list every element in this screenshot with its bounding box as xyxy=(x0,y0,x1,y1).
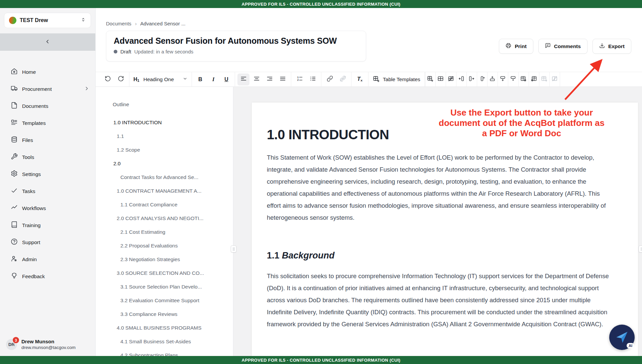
delete-row-button[interactable] xyxy=(508,72,518,86)
print-button[interactable]: Print xyxy=(499,39,533,54)
sidebar-item-settings[interactable]: Settings xyxy=(0,166,95,183)
header-actions: PrintCommentsExport xyxy=(499,39,631,54)
outline-item-1-0-introduction[interactable]: 1.0 INTRODUCTION xyxy=(113,116,227,129)
chevron-down-icon xyxy=(178,76,188,82)
avatar: DR 3 xyxy=(6,339,17,350)
outline-item-1-0-contract-management-a[interactable]: 1.0 CONTRACT MANAGEMENT A... xyxy=(113,184,227,198)
sidebar-item-training[interactable]: Training xyxy=(0,217,95,234)
delete-column-button[interactable] xyxy=(477,72,487,86)
underline-button[interactable]: U xyxy=(220,73,232,85)
insert-column-after-icon xyxy=(468,75,475,83)
sidebar-item-support[interactable]: Support xyxy=(0,234,95,251)
align-justify-button[interactable] xyxy=(277,73,289,85)
outline-item-4-1-small-business-set-asides[interactable]: 4.1 Small Business Set-Asides xyxy=(113,335,227,348)
sidebar-item-admin[interactable]: Admin xyxy=(0,251,95,268)
undo-button[interactable] xyxy=(102,73,114,85)
align-right-icon xyxy=(266,75,273,83)
sidebar-item-tasks[interactable]: Tasks xyxy=(0,183,95,200)
sidebar-item-feedback[interactable]: Feedback xyxy=(0,268,95,285)
table-templates-button[interactable]: Table Templates xyxy=(368,72,425,86)
comments-button[interactable]: Comments xyxy=(538,39,587,54)
paper-plane-icon xyxy=(615,330,629,344)
sidebar-item-documents[interactable]: Documents xyxy=(0,98,95,115)
split-cell-button xyxy=(549,72,560,86)
outline-item-2-0[interactable]: 2.0 xyxy=(113,157,227,170)
ordered-list-button[interactable]: 12 xyxy=(294,73,306,85)
document-title: Advanced Sensor Fusion for Autonomous Sy… xyxy=(114,36,358,46)
outline-item-3-0-source-selection-and-co[interactable]: 3.0 SOURCE SELECTION AND CO... xyxy=(113,266,227,280)
sidebar-item-files[interactable]: Files xyxy=(0,132,95,149)
panel-resize-handle-right[interactable] xyxy=(639,245,642,252)
outline-item-4-0-small-business-programs[interactable]: 4.0 SMALL BUSINESS PROGRAMS xyxy=(113,321,227,335)
delete-table-button[interactable] xyxy=(446,72,456,86)
sidebar-item-procurement[interactable]: Procurement xyxy=(0,80,95,98)
outline-item-1-1[interactable]: 1.1 xyxy=(113,129,227,143)
outline-item-2-1-cost-estimating[interactable]: 2.1 Cost Estimating xyxy=(113,225,227,239)
outline-panel: Outline 1.0 INTRODUCTION1.11.2 Scope2.0C… xyxy=(96,87,233,356)
outline-item-4-2-subcontracting-plans[interactable]: 4.2 Subcontracting Plans xyxy=(113,348,227,356)
procurement-truck-icon xyxy=(11,85,18,93)
insert-column-after-button[interactable] xyxy=(466,72,477,86)
sidebar-item-workflows[interactable]: Workflows xyxy=(0,200,95,217)
sidebar-item-templates[interactable]: Templates xyxy=(0,115,95,132)
table-templates-label: Table Templates xyxy=(383,76,420,82)
outline-item-1-1-contract-compliance[interactable]: 1.1 Contract Compliance xyxy=(113,198,227,211)
sidebar-item-tools[interactable]: Tools xyxy=(0,149,95,166)
outline-item-3-3-compliance-reviews[interactable]: 3.3 Compliance Reviews xyxy=(113,307,227,321)
align-right-button[interactable] xyxy=(263,73,276,85)
doc-heading-introduction[interactable]: 1.0 INTRODUCTION xyxy=(267,127,615,142)
bullet-list-button[interactable] xyxy=(307,73,319,85)
table-grid-icon xyxy=(437,75,444,83)
document-icon xyxy=(11,102,18,110)
toolbar-group xyxy=(321,72,351,86)
insert-column-before-button[interactable] xyxy=(456,72,466,86)
redo-icon xyxy=(118,75,124,83)
bold-button[interactable]: B xyxy=(194,73,206,85)
outline-item-contract-tasks-for-advanced-se[interactable]: Contract Tasks for Advanced Se... xyxy=(113,170,227,184)
document-status-row: Draft Updated: in a few seconds xyxy=(114,49,358,54)
classification-banner-text: APPROVED FOR IL5 - CONTROLLED UNCLASSIFI… xyxy=(242,2,401,7)
sidebar-item-home[interactable]: Home xyxy=(0,63,95,80)
cell-properties-button[interactable] xyxy=(529,72,539,86)
link-button[interactable] xyxy=(324,73,336,85)
ai-assistant-button[interactable]: AI xyxy=(609,325,635,350)
table-properties-button[interactable] xyxy=(518,72,529,86)
redo-button[interactable] xyxy=(115,73,127,85)
insert-row-above-button[interactable] xyxy=(487,72,498,86)
breadcrumb-documents[interactable]: Documents xyxy=(106,21,131,26)
insert-row-below-button[interactable] xyxy=(498,72,508,86)
heading-style-select[interactable]: H1Heading One xyxy=(129,72,192,86)
user-menu[interactable]: DR 3 Drew Munson drew.munson@tacgov.com xyxy=(6,338,76,351)
outline-item-3-2-evaluation-committee-support[interactable]: 3.2 Evaluation Committee Support xyxy=(113,294,227,307)
outline-item-2-3-negotiation-strategies[interactable]: 2.3 Negotiation Strategies xyxy=(113,252,227,266)
workspace-selector[interactable]: TEST Drew xyxy=(4,13,91,28)
export-button[interactable]: Export xyxy=(593,39,631,54)
sidebar-collapse-button[interactable] xyxy=(0,33,95,51)
outline-resize-handle[interactable] xyxy=(231,245,236,252)
doc-paragraph-1[interactable]: This Statement of Work (SOW) establishes… xyxy=(267,152,615,224)
italic-button[interactable]: I xyxy=(207,73,219,85)
outline-item-2-2-proposal-evaluations[interactable]: 2.2 Proposal Evaluations xyxy=(113,239,227,252)
toolbar-group xyxy=(99,72,129,86)
insert-table-button[interactable] xyxy=(425,72,435,86)
align-center-icon xyxy=(253,75,260,83)
doc-heading-background[interactable]: 1.1 Background xyxy=(267,250,615,261)
align-left-button[interactable] xyxy=(237,73,249,85)
editor-toolbar: H1Heading OneBIU12T×Table Templates xyxy=(96,72,642,87)
home-icon xyxy=(11,68,18,76)
print-icon xyxy=(506,43,511,50)
toolbar-group: 12 xyxy=(291,72,321,86)
outline-item-3-1-source-selection-plan-develo[interactable]: 3.1 Source Selection Plan Develo... xyxy=(113,280,227,294)
outline-item-2-0-cost-analysis-and-negoti[interactable]: 2.0 COST ANALYSIS AND NEGOTI... xyxy=(113,211,227,225)
doc-paragraph-2[interactable]: This solicitation seeks to procure compr… xyxy=(267,270,615,330)
align-center-button[interactable] xyxy=(250,73,262,85)
table-header-button[interactable] xyxy=(435,72,446,86)
insert-column-before-icon xyxy=(458,75,464,83)
outline-item-1-2-scope[interactable]: 1.2 Scope xyxy=(113,143,227,157)
tools-wrench-icon xyxy=(11,153,18,161)
doc-heading-background-title: Background xyxy=(282,250,335,260)
clear-formatting-button[interactable]: T× xyxy=(354,73,366,85)
document-page[interactable]: 1.0 INTRODUCTION This Statement of Work … xyxy=(252,103,638,356)
document-title-card: Advanced Sensor Fusion for Autonomous Sy… xyxy=(106,31,366,61)
unlink-icon xyxy=(340,75,346,83)
